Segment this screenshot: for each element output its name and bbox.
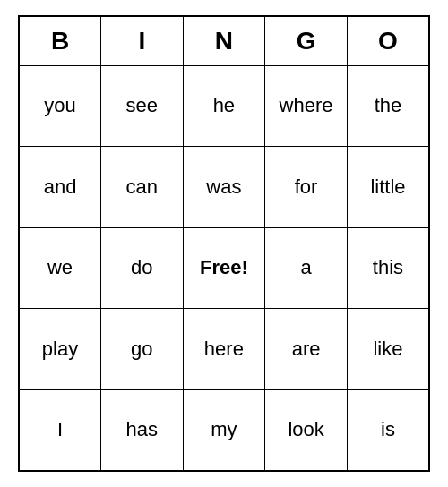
cell-r4-c2: my [183,389,265,471]
cell-r4-c1: has [101,389,184,471]
table-row: youseehewherethe [19,65,429,147]
cell-r0-c4: the [347,65,429,147]
cell-r0-c3: where [265,65,348,147]
header-row: BINGO [19,16,429,65]
cell-r0-c2: he [183,65,265,147]
header-cell-o: O [347,16,429,65]
table-row: wedoFree!athis [19,227,429,309]
header-cell-i: I [101,16,184,65]
cell-r0-c1: see [101,65,184,147]
header-cell-n: N [183,16,265,65]
header-cell-g: G [265,16,348,65]
cell-r1-c1: can [101,147,184,228]
cell-r1-c0: and [19,147,101,228]
table-row: Ihasmylookis [19,389,429,471]
table-row: playgoherearelike [19,309,429,390]
cell-r4-c4: is [347,389,429,471]
cell-r3-c2: here [183,309,265,390]
cell-r2-c2: Free! [183,227,265,309]
cell-r2-c4: this [347,227,429,309]
cell-r2-c0: we [19,227,101,309]
cell-r4-c0: I [19,389,101,471]
cell-r3-c1: go [101,309,184,390]
cell-r3-c4: like [347,309,429,390]
cell-r1-c4: little [347,147,429,228]
cell-r0-c0: you [19,65,101,147]
cell-r3-c0: play [19,309,101,390]
cell-r4-c3: look [265,389,348,471]
cell-r1-c3: for [265,147,348,228]
cell-r3-c3: are [265,309,348,390]
header-cell-b: B [19,16,101,65]
table-row: andcanwasforlittle [19,147,429,228]
cell-r2-c1: do [101,227,184,309]
cell-r2-c3: a [265,227,348,309]
cell-r1-c2: was [183,147,265,228]
bingo-card: BINGO youseehewheretheandcanwasforlittle… [18,15,430,472]
